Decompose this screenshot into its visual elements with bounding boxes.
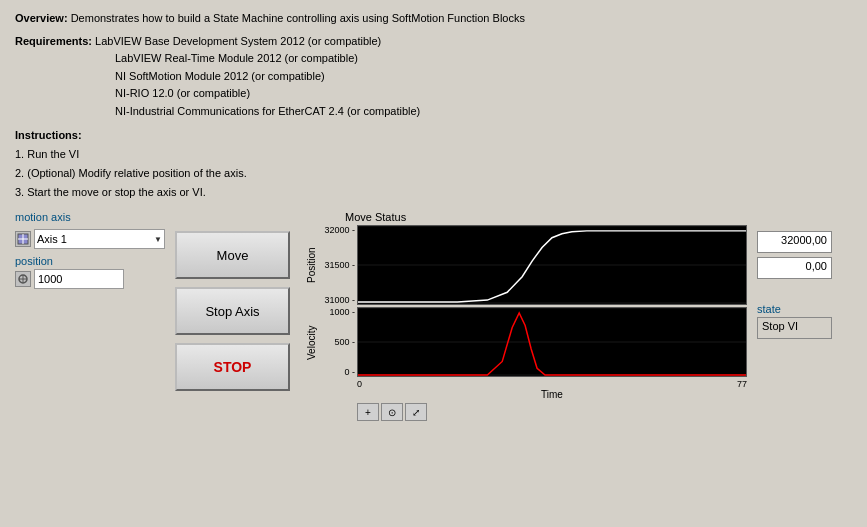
middle-panel: Move Stop Axis STOP	[175, 231, 295, 421]
chart-title: Move Status	[305, 211, 747, 223]
y-tick-upper-0: 32000 -	[324, 225, 355, 235]
zoom-in-button[interactable]: +	[357, 403, 379, 421]
readout-value1: 32000,00	[757, 231, 832, 253]
overview-section: Overview: Demonstrates how to build a St…	[15, 10, 852, 27]
y-tick-upper-2: 31000 -	[324, 295, 355, 305]
position-row: position	[15, 255, 165, 289]
stop-button[interactable]: STOP	[175, 343, 290, 391]
state-label: state	[757, 303, 832, 315]
axis-selected-value: Axis 1	[37, 233, 67, 245]
axis-selector: Axis 1 ▼	[15, 229, 165, 249]
y-ticks-upper: 32000 - 31500 - 31000 -	[317, 225, 357, 305]
zoom-fit-button[interactable]: ⊙	[381, 403, 403, 421]
chart-container: Move Status Position Velocity 32000 - 31…	[305, 211, 747, 421]
readout-value2: 0,00	[757, 257, 832, 279]
controls-area: motion axis Axis 1 ▼ position	[15, 211, 852, 421]
position-input-row	[15, 269, 165, 289]
dropdown-arrow-icon: ▼	[154, 235, 162, 244]
position-label: position	[15, 255, 53, 267]
instructions-label: Instructions:	[15, 129, 82, 141]
x-tick-start: 0	[357, 379, 362, 389]
y-tick-lower-0: 1000 -	[329, 307, 355, 317]
req-indent: LabVIEW Real-Time Module 2012 (or compat…	[115, 50, 852, 120]
instruction-step-0: 1. Run the VI	[15, 145, 852, 164]
requirements-section: Requirements: LabVIEW Base Development S…	[15, 33, 852, 121]
move-button[interactable]: Move	[175, 231, 290, 279]
main-container: Overview: Demonstrates how to build a St…	[0, 0, 867, 527]
all-charts: 0 77 Time + ⊙ ⤢	[357, 225, 747, 421]
instructions-section: Instructions: 1. Run the VI 2. (Optional…	[15, 126, 852, 201]
x-tick-end: 77	[737, 379, 747, 389]
axis-dropdown[interactable]: Axis 1 ▼	[34, 229, 165, 249]
req-item-3: NI-RIO 12.0 (or compatible)	[115, 85, 852, 103]
overview-text: Demonstrates how to build a State Machin…	[71, 12, 525, 24]
pan-button[interactable]: ⤢	[405, 403, 427, 421]
velocity-chart	[357, 307, 747, 377]
y-tick-upper-1: 31500 -	[324, 260, 355, 270]
req-item-0: LabVIEW Base Development System 2012 (or…	[95, 35, 381, 47]
req-item-2: NI SoftMotion Module 2012 (or compatible…	[115, 68, 852, 86]
instruction-step-1: 2. (Optional) Modify relative position o…	[15, 164, 852, 183]
position-chart	[357, 225, 747, 305]
axis-icon	[15, 231, 31, 247]
x-ticks: 0 77	[357, 377, 747, 389]
motion-axis-label: motion axis	[15, 211, 165, 223]
y-ticks-lower: 1000 - 500 - 0 -	[317, 307, 357, 377]
state-value: Stop VI	[757, 317, 832, 339]
req-item-4: NI-Industrial Communications for EtherCA…	[115, 103, 852, 121]
chart-toolbar: + ⊙ ⤢	[357, 403, 747, 421]
stop-axis-button[interactable]: Stop Axis	[175, 287, 290, 335]
left-panel: motion axis Axis 1 ▼ position	[15, 211, 165, 421]
req-item-1: LabVIEW Real-Time Module 2012 (or compat…	[115, 50, 852, 68]
y-label-velocity: Velocity	[306, 307, 317, 379]
requirements-label: Requirements:	[15, 35, 92, 47]
y-tick-lower-1: 500 -	[334, 337, 355, 347]
x-axis-label: Time	[357, 389, 747, 400]
position-icon	[15, 271, 31, 287]
state-section: state Stop VI	[757, 303, 832, 339]
overview-label: Overview:	[15, 12, 68, 24]
y-tick-lower-2: 0 -	[344, 367, 355, 377]
instruction-step-2: 3. Start the move or stop the axis or VI…	[15, 183, 852, 202]
right-panel: 32000,00 0,00 state Stop VI	[757, 231, 832, 421]
position-input[interactable]	[34, 269, 124, 289]
y-label-position: Position	[306, 225, 317, 305]
